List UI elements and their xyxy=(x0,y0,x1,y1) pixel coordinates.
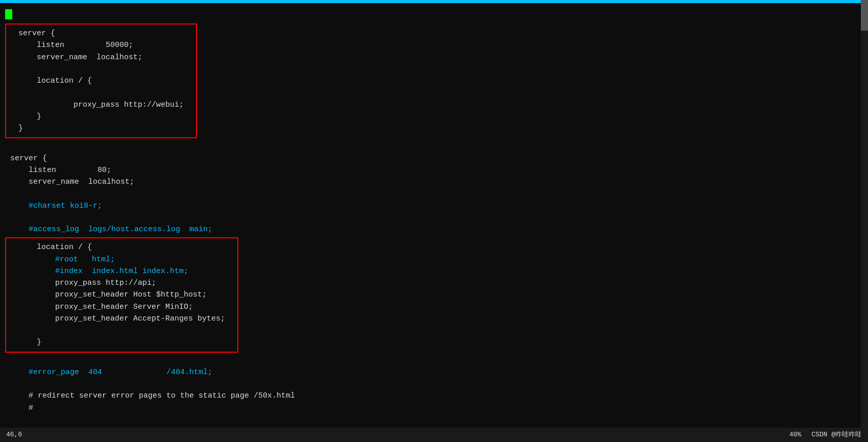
code-line: #index index.html index.htm; xyxy=(13,265,230,277)
code-line xyxy=(13,63,189,75)
code-line xyxy=(5,355,868,366)
code-line xyxy=(13,325,230,336)
code-line: server { xyxy=(5,153,868,164)
code-line: listen 80; xyxy=(5,164,868,176)
code-line: # redirect server error pages to the sta… xyxy=(5,390,868,402)
cursor-block xyxy=(5,9,12,19)
code-line xyxy=(5,188,868,200)
red-box-2: location / { #root html; #index index.ht… xyxy=(5,237,238,352)
code-line: #root html; xyxy=(13,254,230,265)
scroll-percent: 40% xyxy=(789,430,801,440)
status-bar: 46,6 40% CSDN @咋哇咋哇 xyxy=(0,428,868,442)
middle-section: server { listen 80; server_name localhos… xyxy=(0,140,868,235)
code-line: listen 50000; xyxy=(13,39,189,51)
editor-area: server { listen 50000; server_name local… xyxy=(0,0,868,442)
code-line: location / { xyxy=(13,75,189,87)
scrollbar-thumb[interactable] xyxy=(861,0,868,31)
code-line: server_name localhost; xyxy=(5,176,868,188)
code-line: proxy_pass http://webui; xyxy=(13,99,189,111)
scrollbar[interactable] xyxy=(861,0,868,442)
code-line xyxy=(13,87,189,99)
code-line: location / { xyxy=(13,241,230,253)
code-line: } xyxy=(13,111,189,122)
code-line: proxy_set_header Server MinIO; xyxy=(13,301,230,313)
code-line: server { xyxy=(13,28,189,39)
code-line: # xyxy=(5,402,868,414)
code-line: } xyxy=(13,336,230,348)
cursor-line xyxy=(0,9,868,19)
code-line: #charset koi8-r; xyxy=(5,200,868,212)
cursor-position: 46,6 xyxy=(6,430,22,440)
code-line xyxy=(5,212,868,224)
bottom-section: #error_page 404 /404.html; # redirect se… xyxy=(0,355,868,414)
code-line: server_name localhost; xyxy=(13,52,189,63)
code-line xyxy=(5,140,868,152)
csdn-label: CSDN @咋哇咋哇 xyxy=(811,430,862,440)
code-line: proxy_set_header Host $http_host; xyxy=(13,289,230,301)
red-box-1: server { listen 50000; server_name local… xyxy=(5,23,197,138)
code-line: proxy_set_header Accept-Ranges bytes; xyxy=(13,313,230,325)
code-line xyxy=(5,378,868,390)
code-line: #error_page 404 /404.html; xyxy=(5,366,868,378)
code-line: } xyxy=(13,122,189,134)
code-line: proxy_pass http://api; xyxy=(13,277,230,289)
code-line: #access_log logs/host.access.log main; xyxy=(5,224,868,235)
